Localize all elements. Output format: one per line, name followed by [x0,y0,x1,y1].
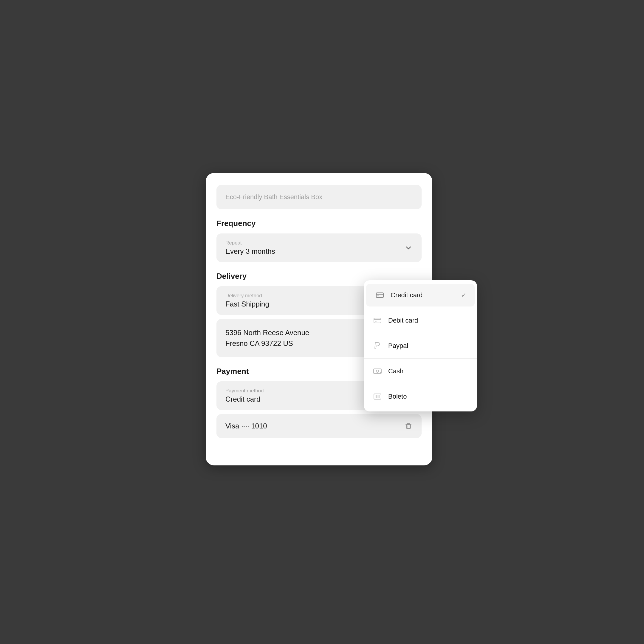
address-line2: Fresno CA 93722 US [225,339,293,347]
delivery-method-label: Delivery method [225,293,269,299]
payment-method-value: Credit card [225,395,264,403]
check-icon: ✓ [461,292,466,299]
cash-label: Cash [388,367,469,375]
dropdown-item-credit-card[interactable]: Credit card ✓ [366,284,475,306]
frequency-field-box[interactable]: Repeat Every 3 months [216,233,422,262]
divider-4 [364,384,477,384]
paypal-icon [372,340,383,351]
svg-rect-3 [376,293,383,298]
repeat-value: Every 3 months [225,247,275,256]
delivery-method-content: Delivery method Fast Shipping [225,293,269,308]
svg-rect-9 [374,369,381,374]
boleto-icon [372,391,383,402]
product-name: Eco-Friendly Bath Essentials Box [225,193,322,201]
visa-card-text: Visa ···· 1010 [225,422,267,430]
frequency-field-content: Repeat Every 3 months [225,240,275,256]
address-line1: 5396 North Reese Avenue [225,329,309,337]
frequency-section: Frequency Repeat Every 3 months [216,219,422,262]
dropdown-item-cash[interactable]: Cash [364,360,477,383]
divider-3 [364,358,477,359]
svg-rect-8 [375,321,377,322]
svg-point-10 [376,370,379,372]
payment-dropdown[interactable]: Credit card ✓ Debit card [364,280,477,411]
trash-icon[interactable] [404,422,413,430]
dropdown-item-debit-card[interactable]: Debit card [364,309,477,332]
debit-card-label: Debit card [388,317,469,324]
svg-rect-6 [374,318,381,323]
frequency-section-label: Frequency [216,219,422,228]
delivery-section-label: Delivery [216,272,422,281]
dropdown-item-boleto[interactable]: Boleto [364,385,477,408]
delivery-method-value: Fast Shipping [225,300,269,308]
svg-rect-0 [406,425,411,428]
chevron-down-icon [404,244,413,252]
repeat-label: Repeat [225,240,275,246]
payment-method-content: Payment method Credit card [225,388,264,403]
dropdown-item-paypal[interactable]: Paypal [364,335,477,357]
payment-method-label: Payment method [225,388,264,394]
svg-rect-5 [377,295,379,296]
divider-1 [364,308,477,308]
paypal-label: Paypal [388,342,469,350]
cash-icon [372,366,383,377]
boleto-label: Boleto [388,393,469,400]
credit-card-label: Credit card [391,291,458,299]
divider-2 [364,333,477,333]
product-field: Eco-Friendly Bath Essentials Box [216,185,422,209]
page-wrapper: Eco-Friendly Bath Essentials Box Frequen… [206,173,438,471]
credit-card-icon [374,290,385,301]
visa-card-box[interactable]: Visa ···· 1010 [216,414,422,438]
debit-card-icon [372,315,383,326]
